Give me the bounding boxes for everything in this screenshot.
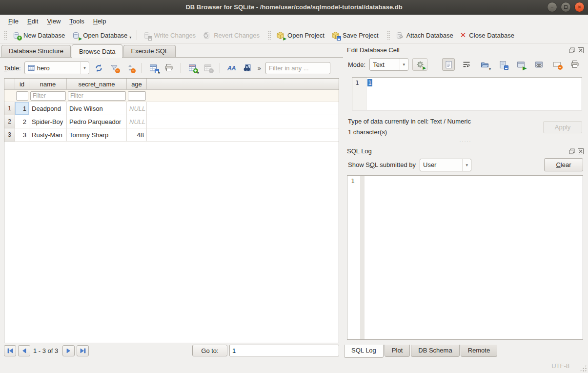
row-header[interactable]: 2 xyxy=(4,115,15,128)
menu-view[interactable]: View xyxy=(42,16,65,26)
first-page-button[interactable] xyxy=(4,345,16,356)
menu-edit[interactable]: Edit xyxy=(23,16,42,26)
cell-name[interactable]: Spider-Boy xyxy=(29,115,67,128)
cell-id[interactable]: 3 xyxy=(15,128,29,142)
minus-badge-icon: − xyxy=(115,68,120,73)
maximize-button[interactable] xyxy=(561,2,571,12)
open-in-external-button[interactable]: ▶ xyxy=(514,58,527,71)
main-toolbar: + New Database ▶ Open Database ▾ Write C… xyxy=(0,27,588,43)
last-page-button[interactable] xyxy=(77,345,89,356)
cell-editor[interactable]: 1 1 xyxy=(352,77,582,110)
open-project-icon: ▶ xyxy=(276,31,284,40)
attach-database-button[interactable]: Attach Database xyxy=(392,29,457,41)
filter-any-input[interactable] xyxy=(265,62,330,74)
table-select[interactable]: hero ▾ xyxy=(24,62,89,74)
menu-file[interactable]: File xyxy=(4,16,23,26)
cell-age[interactable]: NULL xyxy=(127,102,147,115)
set-null-button[interactable]: − xyxy=(550,58,563,71)
open-database-icon: ▶ xyxy=(72,31,80,40)
dock-float-button[interactable] xyxy=(568,47,575,54)
print-cell-button[interactable] xyxy=(568,58,581,71)
clear-filters-button[interactable]: − xyxy=(108,62,121,74)
tab-db-schema[interactable]: DB Schema xyxy=(411,345,459,357)
word-wrap-button[interactable] xyxy=(460,58,473,71)
export-data-button[interactable] xyxy=(496,58,509,71)
filter-input-name[interactable] xyxy=(30,91,66,101)
open-database-button[interactable]: ▶ Open Database ▾ xyxy=(68,29,135,41)
cell-age[interactable]: 48 xyxy=(127,128,147,142)
toolbar-drag-handle[interactable] xyxy=(268,31,271,40)
float-icon xyxy=(569,148,575,154)
dock-splitter-handle[interactable]: ····· xyxy=(343,138,588,145)
cell-secret-name[interactable]: Dive Wilson xyxy=(67,102,127,115)
cell-name[interactable]: Rusty-Man xyxy=(29,128,67,142)
save-project-label: Save Project xyxy=(343,32,379,39)
sql-source-select[interactable]: User ▾ xyxy=(420,159,471,171)
close-database-button[interactable]: ✕ Close Database xyxy=(457,29,518,41)
goto-input[interactable] xyxy=(229,345,339,356)
tab-execute-sql[interactable]: Execute SQL xyxy=(123,45,176,57)
copy-link-button[interactable] xyxy=(532,58,545,71)
menubar: File Edit View Tools Help xyxy=(0,15,588,27)
cell-secret-name[interactable]: Pedro Parqueador xyxy=(67,115,127,128)
row-header[interactable]: 1 xyxy=(4,102,15,115)
open-file-icon xyxy=(481,61,489,69)
close-button[interactable]: ✕ xyxy=(574,2,585,12)
find-button[interactable] xyxy=(241,62,253,74)
clear-sorting-button[interactable]: − xyxy=(124,62,136,74)
table-label: Table: xyxy=(4,64,21,72)
filter-input-id[interactable] xyxy=(16,91,28,101)
goto-button[interactable]: Go to: xyxy=(192,345,227,356)
next-page-button[interactable] xyxy=(62,345,75,356)
filter-input-age[interactable] xyxy=(128,91,146,101)
insert-record-button[interactable]: + ▾ xyxy=(186,62,199,74)
font-button[interactable]: AA xyxy=(225,62,238,74)
refresh-button[interactable] xyxy=(93,62,105,74)
tab-sql-log[interactable]: SQL Log xyxy=(344,345,384,358)
toolbar-overflow-icon[interactable]: » xyxy=(258,64,261,72)
column-header-name[interactable]: name xyxy=(29,79,67,90)
clear-filters-icon: − xyxy=(110,64,119,72)
cell-name[interactable]: Deadpond xyxy=(29,102,67,115)
open-project-button[interactable]: ▶ Open Project xyxy=(273,29,328,41)
mode-select[interactable]: Text ▾ xyxy=(369,58,408,71)
cell-age[interactable]: NULL xyxy=(127,115,147,128)
text-view-button[interactable] xyxy=(442,58,455,71)
sql-source-caret-icon: ▾ xyxy=(462,159,471,171)
sql-log-content[interactable] xyxy=(365,176,583,339)
print-button[interactable] xyxy=(163,62,175,74)
menu-help[interactable]: Help xyxy=(89,16,111,26)
grid-corner-header[interactable] xyxy=(4,79,15,90)
cell-editor-content[interactable]: 1 xyxy=(366,78,582,110)
goto-label: Go to: xyxy=(201,347,218,354)
column-header-id[interactable]: id xyxy=(15,79,29,90)
minimize-button[interactable]: – xyxy=(547,2,557,12)
cell-id[interactable]: 2 xyxy=(15,115,29,128)
tab-remote[interactable]: Remote xyxy=(461,345,498,357)
column-header-age[interactable]: age xyxy=(127,79,147,90)
tab-plot[interactable]: Plot xyxy=(385,345,410,357)
column-header-secret-name[interactable]: secret_name xyxy=(67,79,127,90)
cell-secret-name[interactable]: Tommy Sharp xyxy=(67,128,127,142)
filter-input-secret-name[interactable] xyxy=(68,91,126,101)
tab-browse-data[interactable]: Browse Data xyxy=(72,44,122,58)
tab-database-structure[interactable]: Database Structure xyxy=(1,45,71,57)
new-database-button[interactable]: + New Database xyxy=(9,29,68,41)
dock-close-button[interactable] xyxy=(577,47,584,54)
import-data-button[interactable]: ▾ xyxy=(478,58,491,71)
save-table-button[interactable]: ▾ xyxy=(147,62,160,74)
toolbar-drag-handle[interactable] xyxy=(4,31,7,40)
previous-page-button[interactable] xyxy=(18,345,30,356)
dock-close-button[interactable] xyxy=(577,148,584,155)
resize-grip[interactable] xyxy=(580,365,587,372)
row-header[interactable]: 3 xyxy=(4,128,15,142)
disk-badge-icon xyxy=(504,65,508,70)
menu-tools[interactable]: Tools xyxy=(65,16,88,26)
sql-log-editor[interactable]: 1 xyxy=(347,175,583,340)
save-project-button[interactable]: Save Project xyxy=(328,29,382,41)
dock-float-button[interactable] xyxy=(568,148,575,155)
toolbar-drag-handle[interactable] xyxy=(387,31,390,40)
cell-id[interactable]: 1 xyxy=(15,102,29,115)
auto-switch-mode-button[interactable]: ▶ xyxy=(412,58,427,71)
clear-log-button[interactable]: Clear xyxy=(544,158,583,171)
